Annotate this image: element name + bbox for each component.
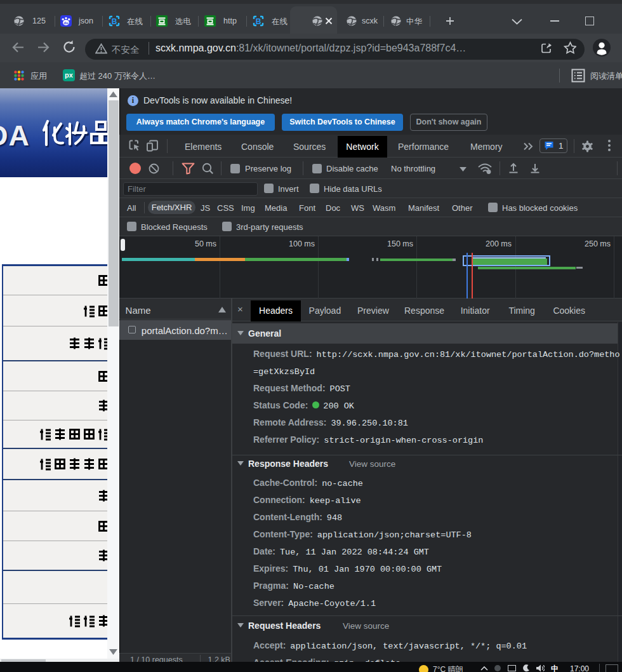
svg-text:du: du — [63, 21, 69, 25]
svg-text:B: B — [256, 17, 261, 26]
svg-text:B: B — [112, 17, 117, 26]
